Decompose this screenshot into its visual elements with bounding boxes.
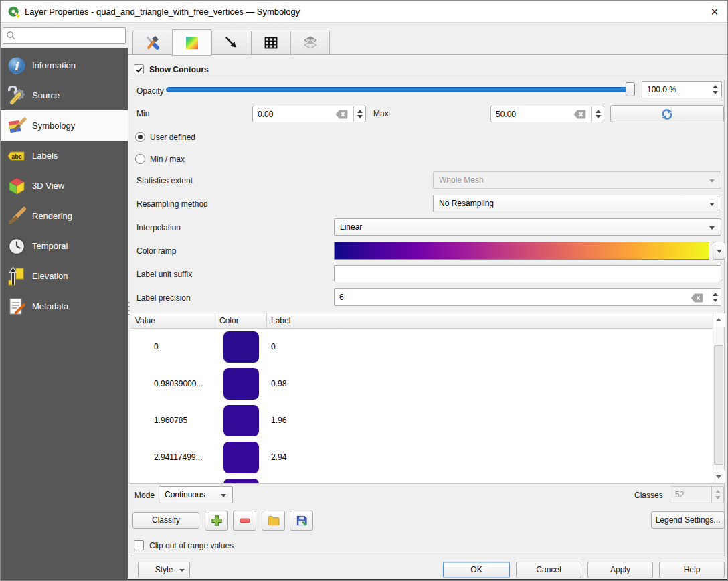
classify-button[interactable]: Classify bbox=[132, 512, 199, 529]
scroll-up-button[interactable] bbox=[713, 313, 725, 327]
search-box[interactable] bbox=[3, 27, 126, 44]
sidebar-item-labels[interactable]: abc Labels bbox=[1, 141, 128, 171]
max-spin-buttons[interactable] bbox=[592, 106, 604, 122]
temporal-icon bbox=[7, 236, 27, 256]
qgis-logo-icon bbox=[7, 5, 21, 19]
clear-max-icon[interactable] bbox=[573, 110, 586, 119]
cancel-button[interactable]: Cancel bbox=[516, 562, 581, 578]
refresh-icon bbox=[660, 108, 674, 121]
tab-symbology[interactable] bbox=[172, 29, 211, 56]
show-contours-checkbox[interactable] bbox=[134, 64, 144, 74]
remove-class-button[interactable] bbox=[233, 511, 256, 531]
chevron-down-icon bbox=[221, 494, 226, 497]
table-row[interactable]: 0 0 bbox=[130, 329, 713, 365]
classes-spin-buttons[interactable] bbox=[711, 487, 723, 503]
user-defined-label: User defined bbox=[150, 133, 195, 142]
min-spin-buttons[interactable] bbox=[353, 106, 365, 122]
sidebar-item-symbology[interactable]: Symbology bbox=[1, 110, 128, 141]
labels-icon: abc bbox=[7, 146, 27, 166]
table-scrollbar[interactable] bbox=[713, 313, 724, 483]
opacity-slider-handle[interactable] bbox=[626, 82, 635, 96]
min-max-radio[interactable] bbox=[135, 154, 145, 164]
table-row[interactable] bbox=[130, 476, 713, 483]
tab-vector[interactable] bbox=[211, 31, 251, 55]
svg-text:abc: abc bbox=[11, 153, 22, 160]
sidebar-item-rendering[interactable]: Rendering bbox=[1, 201, 128, 231]
sidebar-item-temporal[interactable]: Temporal bbox=[1, 231, 128, 261]
gradient-icon bbox=[184, 35, 200, 51]
label-precision-field[interactable]: 6 bbox=[334, 288, 721, 306]
color-ramp-button[interactable] bbox=[334, 242, 709, 260]
opacity-slider-track[interactable] bbox=[166, 87, 634, 92]
sidebar-item-elevation[interactable]: Elevation bbox=[1, 261, 128, 291]
opacity-spinbox[interactable]: 100.0 % bbox=[642, 81, 722, 98]
color-swatch[interactable] bbox=[223, 442, 259, 473]
ok-button[interactable]: OK bbox=[443, 562, 510, 578]
color-swatch[interactable] bbox=[223, 405, 259, 436]
clear-min-icon[interactable] bbox=[335, 110, 348, 119]
column-header-value[interactable]: Value bbox=[135, 316, 155, 325]
max-field[interactable]: 50.00 bbox=[490, 106, 604, 122]
color-ramp-label: Color ramp bbox=[136, 246, 176, 256]
user-defined-radio[interactable] bbox=[135, 132, 145, 142]
sidebar: i Information Source bbox=[1, 23, 128, 581]
min-label: Min bbox=[136, 109, 149, 118]
table-row[interactable]: 0.98039000... 0.98 bbox=[130, 365, 713, 402]
symbology-icon bbox=[7, 116, 27, 136]
search-icon bbox=[6, 31, 16, 41]
interpolation-label: Interpolation bbox=[136, 223, 181, 232]
tab-general[interactable] bbox=[132, 31, 172, 55]
reload-min-max-button[interactable] bbox=[610, 105, 724, 122]
apply-button[interactable]: Apply bbox=[587, 562, 653, 578]
load-color-map-button[interactable] bbox=[262, 511, 285, 531]
statistics-extent-combo[interactable]: Whole Mesh bbox=[433, 171, 721, 189]
add-class-button[interactable] bbox=[205, 511, 228, 531]
minus-icon bbox=[238, 514, 252, 527]
color-ramp-menu-button[interactable] bbox=[713, 242, 725, 260]
sidebar-item-source[interactable]: Source bbox=[1, 80, 128, 110]
elevation-icon bbox=[7, 266, 27, 286]
label-unit-suffix-label: Label unit suffix bbox=[136, 270, 192, 279]
color-swatch[interactable] bbox=[223, 331, 259, 363]
resampling-method-label: Resampling method bbox=[136, 199, 208, 209]
color-swatch[interactable] bbox=[223, 479, 259, 483]
table-row[interactable]: 1.960785 1.96 bbox=[130, 402, 713, 439]
label-unit-suffix-field[interactable] bbox=[334, 265, 721, 282]
layers-icon bbox=[302, 35, 318, 51]
save-color-map-button[interactable] bbox=[290, 511, 313, 531]
scroll-down-button[interactable] bbox=[713, 470, 725, 483]
table-row[interactable]: 2.94117499... 2.94 bbox=[130, 439, 713, 476]
plus-icon bbox=[210, 514, 223, 527]
tab-table[interactable] bbox=[251, 31, 290, 55]
layer-properties-dialog: Layer Properties - quad_and_triangle_wit… bbox=[0, 0, 728, 581]
resampling-method-combo[interactable]: No Resampling bbox=[433, 195, 721, 212]
help-button[interactable]: Help bbox=[659, 562, 725, 578]
search-input[interactable] bbox=[18, 29, 124, 42]
min-field[interactable]: 0.00 bbox=[252, 106, 366, 122]
precision-spin-buttons[interactable] bbox=[709, 289, 721, 305]
chevron-down-icon bbox=[709, 203, 715, 206]
sidebar-item-3d-view[interactable]: 3D View bbox=[1, 171, 128, 201]
source-icon bbox=[7, 86, 27, 106]
opacity-spin-buttons[interactable] bbox=[709, 82, 721, 98]
interpolation-combo[interactable]: Linear bbox=[334, 218, 721, 236]
sidebar-item-information[interactable]: i Information bbox=[1, 50, 128, 80]
close-button[interactable]: ✕ bbox=[702, 1, 727, 23]
clip-checkbox[interactable] bbox=[134, 540, 144, 550]
column-header-label[interactable]: Label bbox=[271, 316, 290, 325]
clear-precision-icon[interactable] bbox=[691, 293, 703, 303]
style-button[interactable]: Style bbox=[138, 562, 190, 578]
scrollbar-thumb[interactable] bbox=[714, 345, 723, 465]
color-swatch[interactable] bbox=[223, 368, 259, 400]
classes-spinbox[interactable]: 52 bbox=[670, 486, 724, 503]
information-icon: i bbox=[7, 56, 27, 76]
statistics-extent-label: Statistics extent bbox=[136, 176, 193, 185]
arrow-icon bbox=[223, 35, 240, 51]
column-header-color[interactable]: Color bbox=[219, 316, 239, 325]
chevron-down-icon bbox=[717, 250, 722, 253]
sidebar-item-metadata[interactable]: Metadata bbox=[1, 291, 128, 321]
mode-combo[interactable]: Continuous bbox=[159, 486, 233, 503]
legend-settings-button[interactable]: Legend Settings... bbox=[651, 511, 725, 529]
tab-rendering[interactable] bbox=[290, 31, 330, 55]
title-bar: Layer Properties - quad_and_triangle_wit… bbox=[1, 1, 728, 23]
